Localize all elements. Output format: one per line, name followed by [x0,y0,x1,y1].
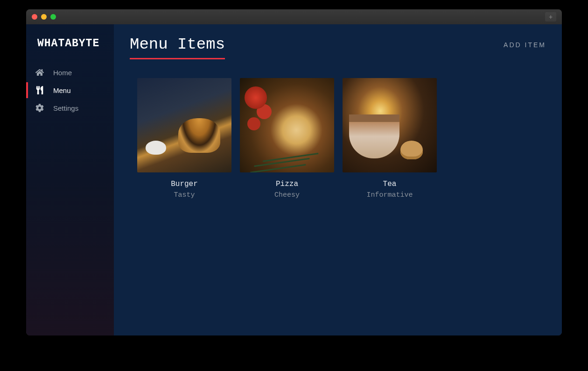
menu-item-image [343,78,437,172]
app-window: + WHATABYTE Home Menu Setti [26,9,562,335]
gear-icon [35,104,44,112]
main-content: Menu Items ADD ITEM Burger Tasty Pizza C… [114,24,562,335]
page-title: Menu Items [130,36,225,59]
menu-item-image [240,78,334,172]
page-header: Menu Items ADD ITEM [130,36,546,59]
home-icon [35,68,44,77]
brand-logo: WHATABYTE [26,29,114,64]
maximize-window-button[interactable] [50,14,56,20]
menu-grid: Burger Tasty Pizza Cheesy Tea Informativ… [130,78,546,199]
menu-card-pizza[interactable]: Pizza Cheesy [240,78,334,199]
titlebar: + [26,9,562,24]
plus-icon: + [549,13,553,21]
sidebar-item-home[interactable]: Home [26,64,114,81]
menu-item-name: Tea [343,180,437,188]
sidebar-item-label: Home [53,69,72,77]
new-tab-button[interactable]: + [545,12,556,21]
menu-card-tea[interactable]: Tea Informative [343,78,437,199]
sidebar-item-menu[interactable]: Menu [26,81,114,99]
menu-item-desc: Informative [343,191,437,199]
window-controls [32,14,56,20]
close-window-button[interactable] [32,14,37,20]
add-item-button[interactable]: ADD ITEM [504,41,546,49]
utensils-icon [35,86,44,94]
menu-item-name: Pizza [240,180,334,188]
sidebar-item-settings[interactable]: Settings [26,99,114,117]
sidebar-item-label: Menu [53,86,71,94]
menu-item-image [137,78,231,172]
sidebar-item-label: Settings [53,104,78,112]
app-body: WHATABYTE Home Menu Settings [26,24,562,335]
menu-item-name: Burger [137,180,231,188]
minimize-window-button[interactable] [41,14,47,20]
menu-item-desc: Cheesy [240,191,334,199]
menu-card-burger[interactable]: Burger Tasty [137,78,231,199]
menu-item-desc: Tasty [137,191,231,199]
sidebar: WHATABYTE Home Menu Settings [26,24,114,335]
